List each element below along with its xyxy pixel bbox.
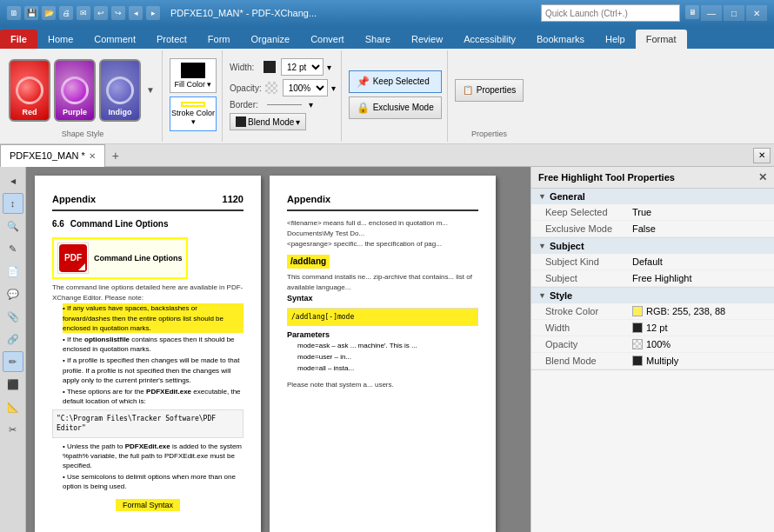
doc-tab-main[interactable]: PDFXE10_MAN * ✕ [0,144,105,167]
swatch-purple[interactable]: Purple [54,59,96,122]
page2-pagesrange: <pagesrange> specific... the specificati… [287,239,478,249]
style-opacity-row: Opacity 100% [531,336,774,353]
page2-addlang-text: This command installs ne... zip-archive … [287,272,478,293]
opacity-checker [265,82,277,94]
quick-access-toolbar: 💾 📂 🖨 ✉ ↩ ↪ ◂ ▸ [24,6,160,20]
stroke-color-swatch [632,306,643,316]
sidebar-tool-crop[interactable]: ✂ [3,419,23,440]
page1-header-text: Appendix [52,193,96,206]
page1-header: Appendix 1120 [52,193,244,211]
subject-kind-value: Default [632,256,663,267]
sidebar-tool-links[interactable]: 🔗 [3,329,23,349]
panel-subject-section: ▼ Subject Subject Kind Default Subject F… [531,238,774,288]
new-tab-button[interactable]: + [105,147,126,164]
sidebar-tool-attachments[interactable]: 📎 [3,306,23,327]
tab-accessibility[interactable]: Accessibility [453,30,526,49]
tab-protect[interactable]: Protect [146,30,197,49]
tab-help[interactable]: Help [595,30,636,49]
page1-bullet-5: • Unless the path to PDFXEdit.exe is add… [63,442,244,471]
maximize-button[interactable]: □ [724,5,744,21]
nav-back-icon[interactable]: ◂ [129,6,143,20]
sidebar-tool-pages[interactable]: 📄 [3,261,23,282]
panel-style-header[interactable]: ▼ Style [531,288,774,303]
stroke-color-row-label: Stroke Color [545,306,632,316]
sidebar-tool-cursor[interactable]: ↕ [3,193,23,214]
sidebar-tool-highlight[interactable]: ✏ [3,351,23,372]
opacity-label: Opacity: [230,83,262,93]
monitor-icon[interactable]: 🖥 [685,5,699,19]
close-button[interactable]: ✕ [746,5,767,21]
props-group: Width: 12 pt 8 pt 6 pt 4 pt ▾ Opacity: 1… [230,58,336,130]
panel-general-section: ▼ General Keep Selected True Exclusive M… [531,189,774,238]
swatch-more-button[interactable]: ▼ [144,59,157,122]
tab-review[interactable]: Review [401,30,453,49]
general-label: General [550,191,585,202]
formal-syntax-button[interactable]: Formal Syntax [116,499,180,511]
page2-header-text: Appendix [287,193,330,206]
email-icon[interactable]: ✉ [77,6,90,20]
fill-color-button[interactable]: Fill Color ▾ [170,58,217,93]
page1-body: The command line options detailed here a… [52,283,244,303]
opacity-row: Opacity: 100% 75% 50% ▾ [230,79,336,96]
blend-mode-label: Blend Mode [248,117,294,127]
save-icon[interactable]: 💾 [24,6,38,20]
print-icon[interactable]: 🖨 [59,6,73,20]
border-preview [267,104,302,105]
keep-selected-button[interactable]: 📌 Keep Selected [349,70,442,93]
open-icon[interactable]: 📂 [42,6,56,20]
shape-style-label: Shape Style [9,128,157,140]
redo-icon[interactable]: ↪ [111,6,125,20]
panel-header: Free Highlight Tool Properties ✕ [531,167,774,189]
page1-formal-syntax-area: Formal Syntax [52,499,244,511]
fill-stroke-group: Fill Color ▾ Stroke Color ▾ [170,58,217,131]
pdf-logo: PDF [57,243,89,274]
quick-launch-input[interactable] [541,4,680,22]
undo-icon[interactable]: ↩ [94,6,108,20]
minimize-button[interactable]: — [701,5,722,21]
style-opacity-value: 100% [632,339,671,349]
tab-comment[interactable]: Comment [83,30,146,49]
width-select[interactable]: 12 pt 8 pt 6 pt 4 pt [281,58,324,76]
swatch-red[interactable]: Red [9,59,50,122]
fill-stroke-section-label [170,136,217,140]
tab-form[interactable]: Form [197,30,241,49]
tab-close-all-button[interactable]: ✕ [753,148,771,163]
tab-file[interactable]: File [0,30,37,49]
fill-stroke-content: Fill Color ▾ Stroke Color ▾ [170,52,217,136]
opacity-select[interactable]: 100% 75% 50% [283,79,328,96]
tab-share[interactable]: Share [355,30,401,49]
properties-button[interactable]: 📋 Properties [455,79,524,102]
sidebar-tool-edit[interactable]: ✎ [3,238,23,259]
panel-subject-header[interactable]: ▼ Subject [531,238,774,254]
sidebar-tool-expand[interactable]: ◀ [3,170,23,191]
blend-mode-button[interactable]: Blend Mode ▾ [230,113,306,130]
tab-organize[interactable]: Organize [241,30,301,49]
sidebar-tool-shapes[interactable]: ⬛ [3,374,23,395]
sidebar-tool-search[interactable]: 🔍 [3,216,23,236]
nav-fwd-icon[interactable]: ▸ [146,6,160,20]
width-color-box [264,61,276,73]
stroke-color-button[interactable]: Stroke Color ▾ [170,96,217,131]
page2-mode-1: mode=ask – ask ... machine'. This is ... [297,341,478,350]
tab-bookmarks[interactable]: Bookmarks [526,30,595,49]
exclusive-mode-button[interactable]: 🔒 Exclusive Mode [349,96,442,119]
tab-convert[interactable]: Convert [300,30,355,49]
subject-label: Subject [550,241,584,251]
swatch-indigo[interactable]: Indigo [99,59,141,122]
tab-format[interactable]: Format [636,30,687,49]
sidebar-tool-comments[interactable]: 💬 [3,283,23,304]
tab-home[interactable]: Home [37,30,83,49]
mode-section-label [349,136,442,140]
blend-row: Blend Mode ▾ [230,113,336,130]
props-content: Width: 12 pt 8 pt 6 pt 4 pt ▾ Opacity: 1… [230,52,336,136]
properties-content: 📋 Properties [455,52,524,128]
sidebar-tool-measure[interactable]: 📐 [3,396,23,417]
panel-general-header[interactable]: ▼ General [531,189,774,204]
right-panel: Free Highlight Tool Properties ✕ ▼ Gener… [530,167,774,532]
doc-tab-close-button[interactable]: ✕ [89,151,96,161]
mode-section: 📌 Keep Selected 🔒 Exclusive Mode [344,50,448,142]
panel-close-button[interactable]: ✕ [758,171,767,183]
page2-footer: Please note that system a... users. [287,380,478,390]
style-width-value: 12 pt [632,323,667,333]
app-icon: 🗎 [7,6,21,20]
